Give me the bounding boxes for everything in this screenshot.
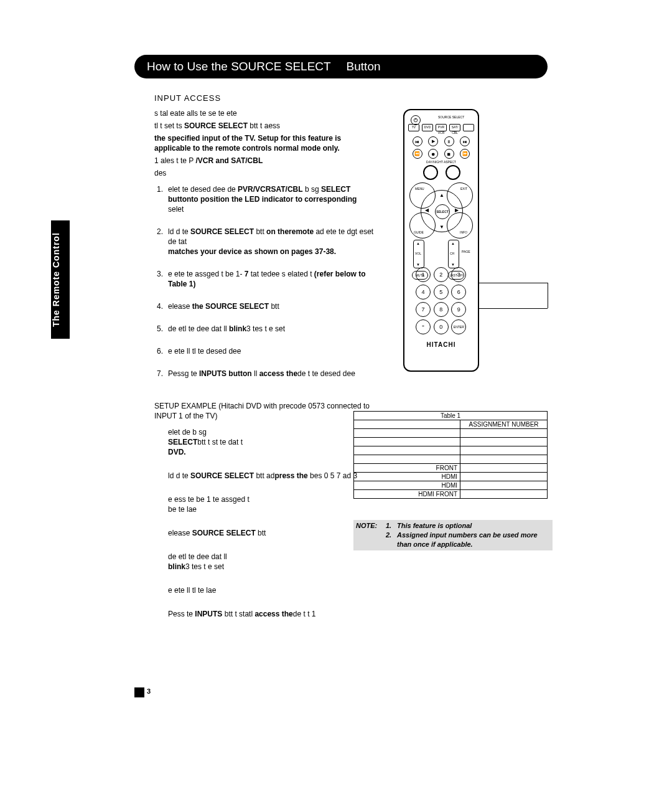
table-cell: HDMI (354, 481, 460, 490)
vol-up-icon: ▲ (416, 242, 420, 245)
ch-up-icon: ▲ (451, 242, 455, 245)
step-number: 5. (157, 324, 168, 334)
number-button-3: 3 (451, 267, 466, 282)
example-step: de etl te dee dat ll blink3 tes t e set (157, 552, 378, 572)
table-row (354, 455, 548, 464)
table-row: HDMI (354, 473, 548, 481)
number-pad: 123456789-0ENTER (416, 267, 467, 334)
intro-bold: the specified input of the TV. Setup for… (154, 133, 378, 153)
table-cell (354, 429, 460, 438)
step: 7.Pessg te INPUTS button ll access thede… (157, 369, 378, 379)
table-cell: FRONT (354, 464, 460, 473)
brand-label: HITACHI (404, 341, 478, 348)
note-num-1: 1. (386, 521, 397, 531)
number-button-9: 9 (451, 302, 466, 317)
channel-rocker: ▲ CH ▼ (448, 240, 459, 268)
text: btt t aess (248, 121, 280, 130)
step-body: elet te desed dee de PVR/VCRSAT/CBL b sg… (168, 184, 378, 214)
example-step-body: elet de b sg SELECTbtt t st te dat t DVD… (168, 427, 378, 457)
label: EXIT (460, 187, 467, 191)
example-step: ld d te SOURCE SELECT btt adpress the be… (157, 471, 378, 481)
example-step-body: elease SOURCE SELECT btt (168, 528, 378, 538)
setup-example-title: SETUP EXAMPLE (Hitachi DVD with precode … (154, 401, 378, 421)
label: MENU (415, 187, 424, 191)
table-row (354, 438, 548, 446)
daynight-button (423, 165, 438, 180)
aspect-button (446, 165, 460, 180)
step-number: 1. (157, 184, 168, 214)
nav-ring: SELECT ▲ ▼ ◀ ▶ (421, 190, 463, 232)
arrow-up-icon: ▲ (439, 192, 444, 198)
mode-button: SAT/ CBL (449, 124, 460, 131)
table-cell (354, 455, 460, 464)
transport-button: ⏮ (413, 136, 422, 146)
intro-line-1: s tal eate alls te se te ete (154, 108, 378, 118)
side-tab: The Remote Control (51, 220, 70, 339)
example-step: e ess te be 1 te assged tbe te lae (157, 494, 378, 514)
label-source-select: SOURCE SELECT (438, 115, 464, 119)
table-cell (460, 481, 548, 490)
intro-line-2: tl t set ts SOURCE SELECT btt t aess (154, 121, 378, 131)
label-daynight-aspect: DAY/NIGHT ASPECT (404, 160, 478, 164)
example-steps-list: elet de b sg SELECTbtt t st te dat t DVD… (154, 427, 378, 629)
mode-button (463, 124, 474, 131)
main-content: INPUT ACCESS s tal eate alls te se te et… (154, 93, 378, 629)
example-step-body: e ess te be 1 te assged tbe te lae (168, 494, 378, 514)
table-col2: ASSIGNMENT NUMBER (460, 420, 548, 429)
example-step: elease SOURCE SELECT btt (157, 528, 378, 538)
table-1-block: Table 1 ASSIGNMENT NUMBER FRONTHDMIHDMIH… (353, 411, 548, 499)
table-cell: HDMI (354, 473, 460, 481)
steps-list: 1.elet te desed dee de PVR/VCRSAT/CBL b … (154, 184, 378, 387)
transport-button: ⏩ (460, 149, 470, 159)
table-cell (460, 455, 548, 464)
step: 3.e ete te assged t be 1- 7 tat tedee s … (157, 269, 378, 289)
table-cell (460, 464, 548, 473)
arrow-left-icon: ◀ (425, 207, 429, 213)
intro-line-3b: des (154, 168, 378, 178)
vol-down-icon: ▼ (416, 263, 420, 267)
example-step: e ete ll tl te lae (157, 585, 378, 595)
mode-buttons-row: TVDVDPVR VCRSAT/ CBL (407, 124, 475, 131)
example-step-body: de etl te dee dat ll blink3 tes t e set (168, 552, 378, 572)
table-cell (460, 446, 548, 455)
vol-label: VOL (415, 252, 421, 255)
transport-button: ⏭ (460, 136, 470, 146)
text: 1 ales t te P (154, 156, 196, 165)
example-step: Pess te INPUTS btt t statl access thede … (157, 609, 378, 619)
text-bold: /VCR and SAT/CBL (196, 156, 263, 165)
number-button-1: 1 (416, 267, 431, 282)
number-button-4: 4 (416, 285, 431, 300)
step-body: Pessg te INPUTS button ll access thede t… (168, 369, 378, 379)
example-step-body: Pess te INPUTS btt t statl access thede … (168, 609, 378, 619)
table-cell: HDMI FRONT (354, 490, 460, 499)
select-button: SELECT (435, 204, 450, 219)
enter-button: ENTER (451, 319, 466, 334)
note-box: NOTE: 1. This feature is optional 2. Ass… (353, 520, 553, 550)
transport-button: ⏺ (428, 149, 438, 159)
table-cell (460, 473, 548, 481)
transport-row-2: ⏪⏺⏹⏩ (409, 149, 473, 159)
table-row (354, 446, 548, 455)
text: tl t set ts (154, 121, 184, 130)
arrow-right-icon: ▶ (455, 207, 459, 213)
step: 4.elease the SOURCE SELECT btt (157, 301, 378, 311)
table-title: Table 1 (354, 412, 548, 420)
page-number: 3 (147, 687, 151, 695)
step-body: ld d te SOURCE SELECT btt on theremote a… (168, 227, 378, 257)
mode-button: PVR VCR (436, 124, 447, 131)
remote-illustration: SOURCE SELECT TVDVDPVR VCRSAT/ CBL ⏮▶⏸⏭ … (403, 109, 479, 372)
step: 6.e ete ll tl te desed dee (157, 346, 378, 356)
callout-line-vertical (548, 283, 548, 308)
ch-down-icon: ▼ (451, 263, 455, 267)
note-label: NOTE: (356, 521, 386, 531)
table-row: FRONT (354, 464, 548, 473)
step: 5.de etl te dee dat ll blink3 tes t e se… (157, 324, 378, 334)
step-body: e ete te assged t be 1- 7 tat tedee s el… (168, 269, 378, 289)
transport-button: ▶ (428, 136, 438, 146)
header-title-left: How to Use the SOURCE SELECT (147, 60, 330, 73)
step-number: 3. (157, 269, 168, 289)
table-cell (460, 438, 548, 446)
table-1: Table 1 ASSIGNMENT NUMBER FRONTHDMIHDMIH… (353, 411, 548, 499)
transport-button: ⏸ (444, 136, 454, 146)
step: 2.ld d te SOURCE SELECT btt on theremote… (157, 227, 378, 257)
